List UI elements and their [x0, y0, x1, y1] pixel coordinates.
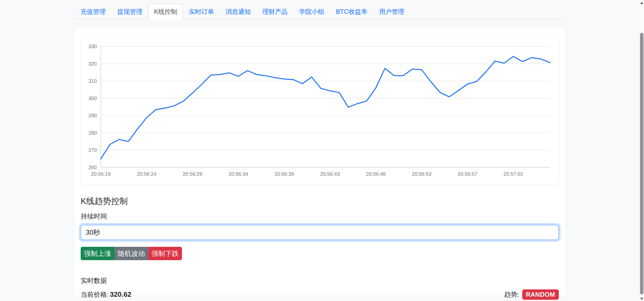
random-move-button[interactable]: 随机波动: [114, 247, 148, 260]
nav-tab-1[interactable]: 提现管理: [111, 4, 148, 19]
tab-bar: 充值管理提现管理K线控制实时订单消息通知理财产品学院小组BTC收益率用户管理: [75, 0, 565, 19]
x-axis-tick-label: 20:56:53: [412, 171, 432, 177]
x-axis-tick-label: 20:56:24: [137, 171, 157, 177]
duration-label: 持续时间: [81, 212, 559, 221]
price-line-chart: 26027028029030031032033020:56:1920:56:24…: [81, 35, 559, 185]
section-title: K线趋势控制: [81, 196, 559, 207]
y-axis-tick-label: 300: [88, 96, 97, 101]
trend-button-group: 强制上涨随机波动强制下跌: [81, 247, 182, 260]
current-price: 当前价格: 320.62: [81, 290, 131, 299]
nav-tab-8[interactable]: 用户管理: [373, 4, 410, 19]
x-axis-tick-label: 20:56:39: [274, 171, 294, 177]
nav-tab-5[interactable]: 理财产品: [257, 4, 293, 19]
x-axis-tick-label: 20:56:29: [183, 171, 202, 177]
current-price-value: 320.62: [110, 290, 132, 298]
scroll-up-icon[interactable]: [640, 2, 643, 4]
duration-input[interactable]: [81, 225, 559, 240]
nav-tab-7[interactable]: BTC收益率: [330, 4, 373, 19]
nav-tab-0[interactable]: 充值管理: [75, 4, 111, 19]
y-axis-tick-label: 310: [88, 78, 97, 84]
scrollbar[interactable]: [639, 0, 644, 301]
x-axis-tick-label: 20:56:48: [366, 171, 386, 177]
y-axis-tick-label: 320: [88, 61, 97, 67]
nav-tab-6[interactable]: 学院小组: [293, 4, 330, 19]
current-price-label: 当前价格:: [81, 291, 109, 298]
x-axis-tick-label: 20:57:02: [504, 171, 523, 177]
nav-tab-3[interactable]: 实时订单: [183, 4, 220, 19]
chart-card: 26027028029030031032033020:56:1920:56:24…: [81, 35, 559, 185]
main-card: 26027028029030031032033020:56:1920:56:24…: [75, 28, 565, 295]
scrollbar-thumb[interactable]: [640, 33, 643, 294]
y-axis-tick-label: 260: [88, 165, 97, 170]
trend-badge: RANDOM: [522, 289, 559, 300]
page: 充值管理提现管理K线控制实时订单消息通知理财产品学院小组BTC收益率用户管理 2…: [0, 0, 644, 301]
trend: 趋势: RANDOM: [504, 289, 559, 300]
trend-label: 趋势:: [504, 290, 519, 299]
y-axis-tick-label: 290: [88, 113, 97, 118]
x-axis-tick-label: 20:56:19: [91, 171, 111, 177]
price-row: 当前价格: 320.62 趋势: RANDOM: [81, 289, 559, 300]
x-axis-tick-label: 20:56:57: [458, 171, 477, 177]
y-axis-tick-label: 280: [88, 130, 97, 136]
y-axis-tick-label: 270: [88, 147, 97, 153]
x-axis-tick-label: 20:56:43: [320, 171, 340, 177]
x-axis-tick-label: 20:56:34: [229, 171, 248, 177]
nav-tab-4[interactable]: 消息通知: [220, 4, 257, 19]
y-axis-tick-label: 330: [88, 44, 97, 49]
realtime-title: 实时数据: [81, 276, 559, 285]
force-up-button[interactable]: 强制上涨: [81, 247, 114, 260]
price-line: [101, 56, 550, 159]
scroll-down-icon[interactable]: [640, 298, 643, 300]
force-down-button[interactable]: 强制下跌: [148, 247, 182, 260]
nav-tab-2[interactable]: K线控制: [148, 4, 183, 19]
